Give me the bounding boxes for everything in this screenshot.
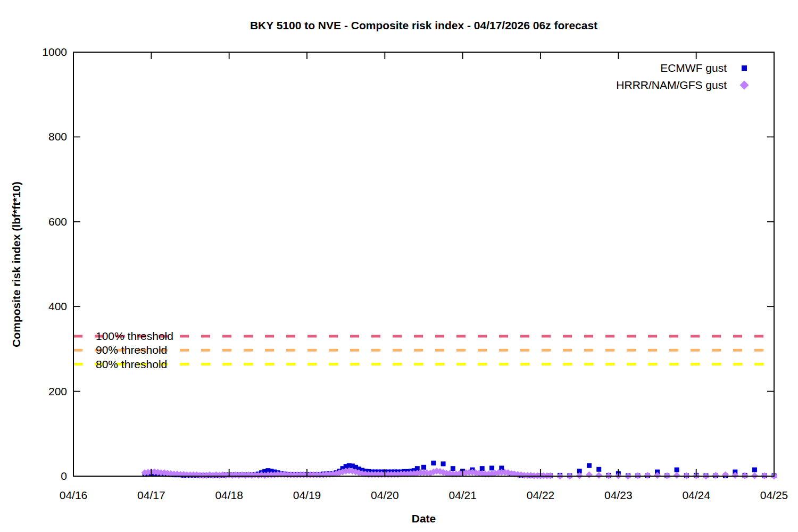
series-points-hrrr-nam-gfs bbox=[142, 467, 778, 479]
legend-item-hrrr-nam-gfs: HRRR/NAM/GFS gust bbox=[616, 77, 752, 94]
svg-text:200: 200 bbox=[48, 385, 67, 397]
axis-ticks bbox=[73, 52, 774, 476]
legend-marker-box bbox=[736, 65, 752, 71]
svg-text:04/19: 04/19 bbox=[293, 489, 321, 501]
threshold-label-80: 80% threshold bbox=[96, 358, 167, 371]
legend-label-hrrr-nam-gfs: HRRR/NAM/GFS gust bbox=[616, 79, 727, 92]
svg-text:04/25: 04/25 bbox=[760, 489, 788, 501]
svg-text:04/17: 04/17 bbox=[137, 489, 165, 501]
svg-text:04/21: 04/21 bbox=[448, 489, 477, 501]
axes-border bbox=[73, 52, 774, 476]
chart-canvas: BKY 5100 to NVE - Composite risk index -… bbox=[0, 0, 798, 532]
svg-text:400: 400 bbox=[48, 300, 67, 312]
threshold-label-100: 100% threshold bbox=[96, 330, 173, 343]
svg-text:04/18: 04/18 bbox=[215, 489, 243, 501]
legend-marker-box bbox=[736, 82, 752, 88]
legend-label-ecmwf: ECMWF gust bbox=[660, 62, 727, 74]
svg-text:04/22: 04/22 bbox=[527, 489, 555, 501]
legend-item-ecmwf: ECMWF gust bbox=[616, 60, 752, 77]
svg-text:04/20: 04/20 bbox=[371, 489, 399, 501]
y-tick-labels: 02004006008001000 bbox=[42, 46, 67, 482]
square-marker-icon bbox=[742, 65, 747, 71]
x-tick-labels: 04/1604/1704/1804/1904/2004/2104/2204/23… bbox=[60, 489, 788, 501]
svg-text:0: 0 bbox=[61, 470, 67, 482]
svg-text:800: 800 bbox=[48, 130, 67, 143]
legend: ECMWF gust HRRR/NAM/GFS gust bbox=[616, 60, 752, 94]
threshold-label-90: 90% threshold bbox=[96, 344, 167, 356]
svg-text:04/16: 04/16 bbox=[60, 489, 88, 501]
svg-text:600: 600 bbox=[48, 215, 67, 228]
svg-text:04/24: 04/24 bbox=[682, 489, 710, 501]
diamond-marker-icon bbox=[740, 81, 749, 90]
threshold-lines bbox=[73, 336, 774, 364]
svg-text:04/23: 04/23 bbox=[604, 489, 633, 501]
svg-text:1000: 1000 bbox=[42, 46, 67, 58]
